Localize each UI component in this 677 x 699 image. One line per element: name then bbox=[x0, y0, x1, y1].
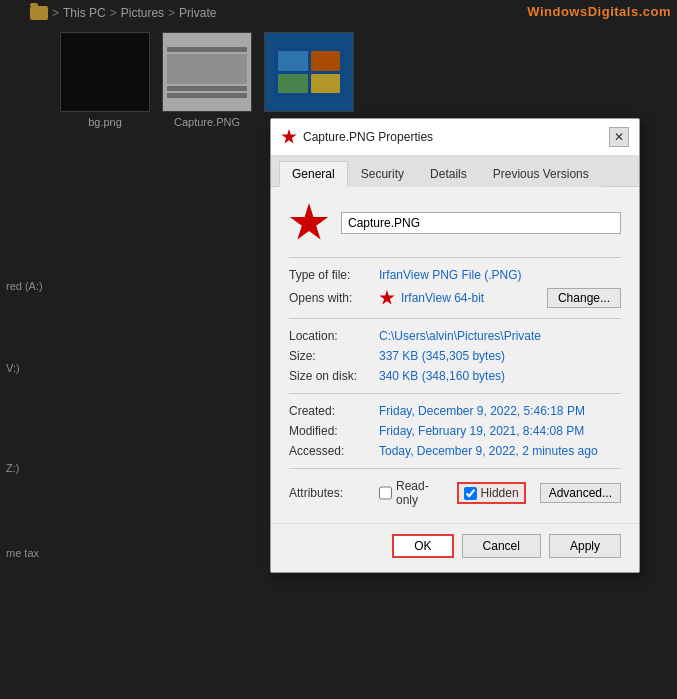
opens-with-content: IrfanView 64-bit Change... bbox=[379, 288, 621, 308]
prop-size: Size: 337 KB (345,305 bytes) bbox=[289, 349, 621, 363]
label-modified: Modified: bbox=[289, 424, 379, 438]
divider-4 bbox=[289, 468, 621, 469]
label-size-on-disk: Size on disk: bbox=[289, 369, 379, 383]
value-size-on-disk: 340 KB (348,160 bytes) bbox=[379, 369, 621, 383]
cancel-button[interactable]: Cancel bbox=[462, 534, 541, 558]
attributes-row: Attributes: Read-only Hidden Advanced... bbox=[289, 479, 621, 507]
prop-modified: Modified: Friday, February 19, 2021, 8:4… bbox=[289, 424, 621, 438]
readonly-label: Read-only bbox=[396, 479, 443, 507]
watermark-suffix: Digitals.com bbox=[588, 4, 671, 19]
label-accessed: Accessed: bbox=[289, 444, 379, 458]
value-modified: Friday, February 19, 2021, 8:44:08 PM bbox=[379, 424, 621, 438]
readonly-checkbox[interactable] bbox=[379, 486, 392, 500]
label-created: Created: bbox=[289, 404, 379, 418]
prop-location: Location: C:\Users\alvin\Pictures\Privat… bbox=[289, 329, 621, 343]
filename-input[interactable] bbox=[341, 212, 621, 234]
label-size: Size: bbox=[289, 349, 379, 363]
tab-general-label: General bbox=[292, 167, 335, 181]
ok-button[interactable]: OK bbox=[392, 534, 453, 558]
prop-accessed: Accessed: Today, December 9, 2022, 2 min… bbox=[289, 444, 621, 458]
apply-button[interactable]: Apply bbox=[549, 534, 621, 558]
tab-previous-versions-label: Previous Versions bbox=[493, 167, 589, 181]
irfanview-title-icon bbox=[281, 129, 297, 145]
irfanview-file-icon bbox=[289, 203, 329, 243]
readonly-checkbox-wrap[interactable]: Read-only bbox=[379, 479, 443, 507]
value-opens-with: IrfanView 64-bit bbox=[401, 291, 541, 305]
label-location: Location: bbox=[289, 329, 379, 343]
irfanview-app-icon bbox=[379, 290, 395, 306]
dialog-footer: OK Cancel Apply bbox=[271, 523, 639, 572]
change-button[interactable]: Change... bbox=[547, 288, 621, 308]
file-header-row bbox=[289, 203, 621, 243]
tab-security[interactable]: Security bbox=[348, 161, 417, 187]
prop-size-on-disk: Size on disk: 340 KB (348,160 bytes) bbox=[289, 369, 621, 383]
dialog-close-button[interactable]: ✕ bbox=[609, 127, 629, 147]
tab-general[interactable]: General bbox=[279, 161, 348, 187]
attr-checkboxes: Read-only Hidden Advanced... bbox=[379, 479, 621, 507]
value-type: IrfanView PNG File (.PNG) bbox=[379, 268, 621, 282]
divider-3 bbox=[289, 393, 621, 394]
dialog-titlebar: Capture.PNG Properties ✕ bbox=[271, 119, 639, 156]
tab-previous-versions[interactable]: Previous Versions bbox=[480, 161, 602, 187]
dialog-title-area: Capture.PNG Properties bbox=[281, 129, 433, 145]
label-opens-with: Opens with: bbox=[289, 291, 379, 305]
prop-created: Created: Friday, December 9, 2022, 5:46:… bbox=[289, 404, 621, 418]
hidden-label: Hidden bbox=[481, 486, 519, 500]
tab-security-label: Security bbox=[361, 167, 404, 181]
properties-dialog: Capture.PNG Properties ✕ General Securit… bbox=[270, 118, 640, 573]
value-created: Friday, December 9, 2022, 5:46:18 PM bbox=[379, 404, 621, 418]
divider-1 bbox=[289, 257, 621, 258]
hidden-checkbox[interactable] bbox=[464, 487, 477, 500]
tab-details[interactable]: Details bbox=[417, 161, 480, 187]
dialog-title-text: Capture.PNG Properties bbox=[303, 130, 433, 144]
prop-type-of-file: Type of file: IrfanView PNG File (.PNG) bbox=[289, 268, 621, 282]
value-location: C:\Users\alvin\Pictures\Private bbox=[379, 329, 621, 343]
value-accessed: Today, December 9, 2022, 2 minutes ago bbox=[379, 444, 621, 458]
divider-2 bbox=[289, 318, 621, 319]
watermark-prefix: Windows bbox=[527, 4, 587, 19]
label-type: Type of file: bbox=[289, 268, 379, 282]
dialog-tabs: General Security Details Previous Versio… bbox=[271, 156, 639, 187]
advanced-button[interactable]: Advanced... bbox=[540, 483, 621, 503]
value-size: 337 KB (345,305 bytes) bbox=[379, 349, 621, 363]
label-attributes: Attributes: bbox=[289, 486, 379, 500]
watermark: WindowsDigitals.com bbox=[521, 0, 677, 23]
prop-opens-with: Opens with: IrfanView 64-bit Change... bbox=[289, 288, 621, 308]
tab-details-label: Details bbox=[430, 167, 467, 181]
dialog-content: Type of file: IrfanView PNG File (.PNG) … bbox=[271, 187, 639, 523]
hidden-checkbox-wrap[interactable]: Hidden bbox=[457, 482, 526, 504]
